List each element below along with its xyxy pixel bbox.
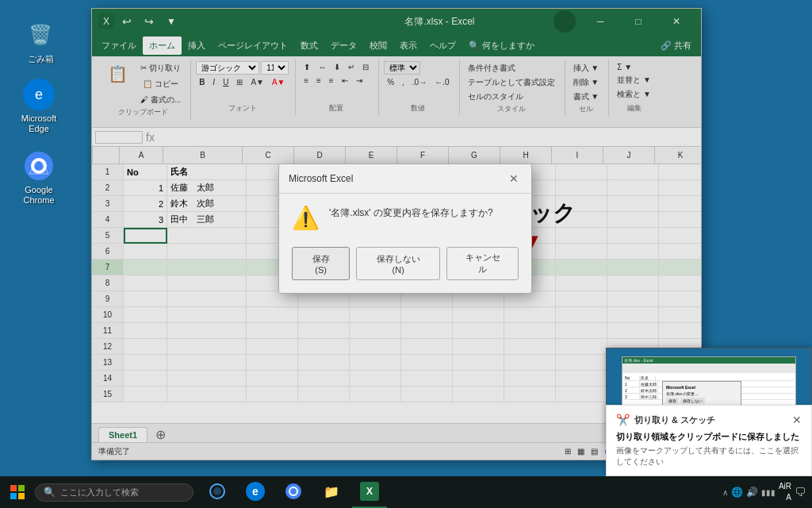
dont-save-button[interactable]: 保存しない(N) (356, 247, 440, 280)
taskbar-app-excel[interactable]: X (352, 476, 387, 508)
notification-toast[interactable]: ✂️ 切り取り & スケッチ ✕ 切り取り領域をクリップボードに保存しました 画… (606, 405, 812, 476)
taskbar-app-chrome[interactable] (276, 476, 311, 508)
dialog-body: ⚠️ '名簿.xlsx' の変更内容を保存しますか? (279, 194, 531, 241)
network-icon[interactable]: 🌐 (731, 487, 743, 498)
dialog-buttons: 保存(S) 保存しない(N) キャンセル (279, 241, 531, 293)
chrome-icon (23, 150, 55, 182)
thumb-dialog: Microsoft Excel 名簿.xlsx の変更... 保存 保存しない (662, 381, 741, 408)
cancel-button[interactable]: キャンセル (446, 247, 519, 280)
taskbar-app-cortana[interactable] (200, 476, 235, 508)
scissors-icon: ✂️ (616, 414, 630, 426)
dialog-message: '名簿.xlsx' の変更内容を保存しますか? (329, 206, 493, 220)
toast-title-row: ✂️ 切り取り & スケッチ (616, 414, 715, 426)
taskbar-app-explorer[interactable]: 📁 (314, 476, 349, 508)
taskbar: 🔍 ここに入力して検索 e 📁 (0, 476, 812, 508)
svg-rect-4 (18, 485, 25, 491)
svg-point-11 (290, 488, 297, 495)
thumb-ribbon (622, 364, 795, 373)
save-dialog: Microsoft Excel ✕ ⚠️ '名簿.xlsx' の変更内容を保存し… (278, 164, 532, 294)
toast-body: 画像をマークアップして共有するには、ここを選択してください (616, 445, 802, 468)
system-tray-icons: ∧ 🌐 🔊 ▮▮▮ (722, 487, 776, 498)
search-icon: 🔍 (44, 487, 56, 498)
recycle-bin-icon: 🗑️ (25, 19, 56, 51)
taskbar-app-edge[interactable]: e (238, 476, 273, 508)
svg-point-8 (213, 487, 221, 495)
svg-rect-5 (10, 493, 17, 499)
svg-point-2 (34, 161, 44, 171)
chrome-taskbar-icon (284, 482, 303, 501)
excel-taskbar-icon: X (360, 482, 379, 501)
file-explorer-icon: 📁 (322, 482, 341, 501)
notification-icon[interactable]: 🗨 (795, 486, 806, 498)
dialog-close-button[interactable]: ✕ (506, 171, 522, 187)
thumb-title: 名簿.xlsx - Excel (622, 357, 795, 364)
taskbar-apps: e 📁 X (200, 476, 387, 508)
desktop-icon-recycle-bin[interactable]: 🗑️ ごみ箱 (13, 16, 68, 67)
chevron-up-icon[interactable]: ∧ (722, 488, 728, 497)
toast-app-name: 切り取り & スケッチ (634, 414, 715, 426)
desktop-icon-edge[interactable]: e Microsoft Edge (11, 75, 67, 137)
dialog-title: Microsoft Excel (289, 173, 353, 184)
time-display: AiR (779, 481, 791, 492)
save-button[interactable]: 保存(S) (292, 247, 350, 280)
taskbar-search-box[interactable]: 🔍 ここに入力して検索 (35, 483, 193, 502)
dialog-title-bar: Microsoft Excel ✕ (279, 164, 531, 194)
desktop: 🗑️ ごみ箱 e Microsoft Edge Google Chrome X … (0, 0, 812, 476)
cortana-icon (208, 482, 227, 501)
battery-icon: ▮▮▮ (761, 488, 776, 497)
search-placeholder: ここに入力して検索 (60, 487, 139, 498)
toast-headline: 切り取り領域をクリップボードに保存しました (616, 431, 802, 443)
svg-rect-3 (10, 485, 17, 491)
svg-rect-6 (18, 493, 25, 499)
toast-close-button[interactable]: ✕ (792, 414, 802, 426)
toast-header: ✂️ 切り取り & スケッチ ✕ (616, 414, 802, 426)
edge-icon: e (23, 79, 55, 110)
warning-icon: ⚠️ (292, 205, 320, 231)
taskbar-right: ∧ 🌐 🔊 ▮▮▮ AiR A 🗨 (722, 481, 812, 503)
windows-icon (10, 485, 25, 499)
volume-icon[interactable]: 🔊 (746, 487, 758, 498)
desktop-icon-chrome[interactable]: Google Chrome (11, 147, 67, 209)
edge-taskbar-icon: e (246, 482, 265, 501)
date-display: A (779, 492, 791, 503)
start-button[interactable] (0, 476, 35, 508)
clock[interactable]: AiR A (779, 481, 791, 503)
